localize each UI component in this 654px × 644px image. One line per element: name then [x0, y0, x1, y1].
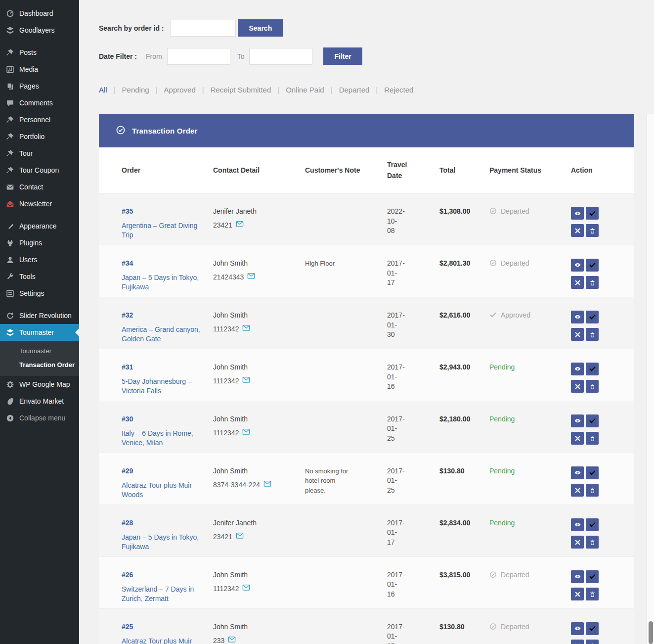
sidebar-item-pages[interactable]: Pages	[0, 78, 79, 94]
filter-tab-rejected[interactable]: Rejected	[384, 86, 413, 94]
delete-order-button[interactable]	[586, 328, 599, 341]
approve-order-button[interactable]	[586, 363, 599, 375]
filter-tab-pending[interactable]: Pending	[122, 86, 149, 94]
email-icon[interactable]	[228, 636, 236, 644]
view-order-button[interactable]	[571, 259, 584, 272]
date-from-input[interactable]	[167, 48, 230, 65]
scrollbar-thumb[interactable]	[649, 621, 653, 644]
view-order-button[interactable]	[571, 207, 584, 220]
email-icon[interactable]	[242, 428, 250, 437]
delete-order-button[interactable]	[586, 432, 599, 445]
order-id-link[interactable]: #28	[122, 518, 204, 527]
delete-order-button[interactable]	[586, 536, 599, 549]
date-to-input[interactable]	[249, 48, 312, 65]
approve-order-button[interactable]	[586, 466, 599, 479]
sidebar-item-goodlayers[interactable]: Goodlayers	[0, 22, 79, 39]
sidebar-item-slider-revolution[interactable]: Slider Revolution	[0, 307, 79, 324]
delete-order-button[interactable]	[586, 588, 599, 600]
email-icon[interactable]	[242, 324, 250, 333]
approve-order-button[interactable]	[586, 518, 599, 531]
submenu-item-tourmaster[interactable]: Tourmaster	[0, 344, 79, 358]
order-id-link[interactable]: #29	[122, 466, 204, 475]
sidebar-item-tour[interactable]: Tour	[0, 145, 79, 162]
approve-order-button[interactable]	[586, 207, 599, 220]
sidebar-item-envato-market[interactable]: Envato Market	[0, 393, 79, 410]
view-order-button[interactable]	[571, 311, 584, 323]
order-id-link[interactable]: #34	[122, 259, 204, 268]
order-id-link[interactable]: #35	[122, 207, 204, 216]
tour-link[interactable]: Argentina – Great Diving Trip	[122, 221, 202, 240]
view-order-button[interactable]	[571, 622, 584, 635]
reject-order-button[interactable]	[571, 432, 584, 445]
email-icon[interactable]	[236, 532, 244, 541]
sidebar-item-comments[interactable]: Comments	[0, 94, 79, 111]
email-icon[interactable]	[247, 273, 255, 281]
view-order-button[interactable]	[571, 466, 584, 479]
sidebar-item-media[interactable]: Media	[0, 61, 79, 78]
delete-order-button[interactable]	[586, 640, 599, 644]
sidebar-item-wp-google-map[interactable]: WP Google Map	[0, 376, 79, 393]
delete-order-button[interactable]	[586, 276, 599, 289]
sidebar-item-dashboard[interactable]: Dashboard	[0, 5, 79, 22]
approve-order-button[interactable]	[586, 311, 599, 323]
tour-link[interactable]: Japan – 5 Days in Tokyo, Fujikawa	[122, 533, 202, 552]
scrollbar-track[interactable]	[647, 114, 654, 644]
sidebar-item-appearance[interactable]: Appearance	[0, 218, 79, 234]
sidebar-item-plugins[interactable]: Plugins	[0, 234, 79, 251]
delete-order-button[interactable]	[586, 484, 599, 497]
order-id-link[interactable]: #25	[122, 622, 204, 631]
sidebar-item-posts[interactable]: Posts	[0, 44, 79, 61]
email-icon[interactable]	[242, 376, 250, 385]
sidebar-item-tools[interactable]: Tools	[0, 268, 79, 285]
reject-order-button[interactable]	[571, 328, 584, 341]
sidebar-item-users[interactable]: Users	[0, 251, 79, 268]
order-id-link[interactable]: #31	[122, 363, 204, 371]
approve-order-button[interactable]	[586, 570, 599, 583]
sidebar-item-settings[interactable]: Settings	[0, 285, 79, 302]
sidebar-item-tour-coupon[interactable]: Tour Coupon	[0, 162, 79, 179]
tour-link[interactable]: Italy – 6 Days in Rome, Venice, Milan	[122, 429, 202, 448]
filter-tab-receipt-submitted[interactable]: Receipt Submitted	[211, 86, 271, 94]
sidebar-item-tourmaster[interactable]: Tourmaster	[0, 324, 79, 341]
email-icon[interactable]	[236, 221, 244, 230]
reject-order-button[interactable]	[571, 588, 584, 600]
sidebar-item-newsletter[interactable]: Newsletter	[0, 195, 79, 212]
reject-order-button[interactable]	[571, 380, 584, 393]
view-order-button[interactable]	[571, 414, 584, 427]
submenu-item-transaction-order[interactable]: Transaction Order	[0, 358, 79, 372]
sidebar-item-collapse-menu[interactable]: Collapse menu	[0, 410, 79, 426]
order-id-link[interactable]: #30	[122, 414, 204, 423]
search-button[interactable]: Search	[238, 19, 283, 37]
reject-order-button[interactable]	[571, 640, 584, 644]
tour-link[interactable]: America – Grand canyon, Golden Gate	[122, 325, 202, 344]
order-id-search-input[interactable]	[170, 20, 236, 37]
delete-order-button[interactable]	[586, 380, 599, 393]
sidebar-item-portfolio[interactable]: Portfolio	[0, 128, 79, 145]
sidebar-item-contact[interactable]: Contact	[0, 179, 79, 195]
tour-link[interactable]: Alcatraz Tour plus Muir Woods	[122, 481, 202, 500]
filter-tab-approved[interactable]: Approved	[164, 86, 196, 94]
email-icon[interactable]	[242, 584, 250, 593]
approve-order-button[interactable]	[586, 259, 599, 272]
reject-order-button[interactable]	[571, 276, 584, 289]
tour-link[interactable]: 5-Day Johannesburg – Victoria Falls	[122, 377, 202, 396]
approve-order-button[interactable]	[586, 622, 599, 635]
approve-order-button[interactable]	[586, 414, 599, 427]
tour-link[interactable]: Alcatraz Tour plus Muir Woods	[122, 637, 202, 644]
tour-link[interactable]: Switzerland – 7 Days in Zurich, Zermatt	[122, 585, 202, 603]
filter-tab-all[interactable]: All	[99, 86, 107, 94]
reject-order-button[interactable]	[571, 484, 584, 497]
tour-link[interactable]: Japan – 5 Days in Tokyo, Fujikawa	[122, 273, 202, 292]
view-order-button[interactable]	[571, 570, 584, 583]
filter-button[interactable]: Filter	[323, 47, 362, 65]
order-id-link[interactable]: #32	[122, 311, 204, 320]
filter-tab-online-paid[interactable]: Online Paid	[286, 86, 324, 94]
view-order-button[interactable]	[571, 518, 584, 531]
view-order-button[interactable]	[571, 363, 584, 375]
reject-order-button[interactable]	[571, 224, 584, 237]
sidebar-item-personnel[interactable]: Personnel	[0, 111, 79, 128]
filter-tab-departed[interactable]: Departed	[339, 86, 370, 94]
delete-order-button[interactable]	[586, 224, 599, 237]
reject-order-button[interactable]	[571, 536, 584, 549]
order-id-link[interactable]: #26	[122, 570, 204, 579]
